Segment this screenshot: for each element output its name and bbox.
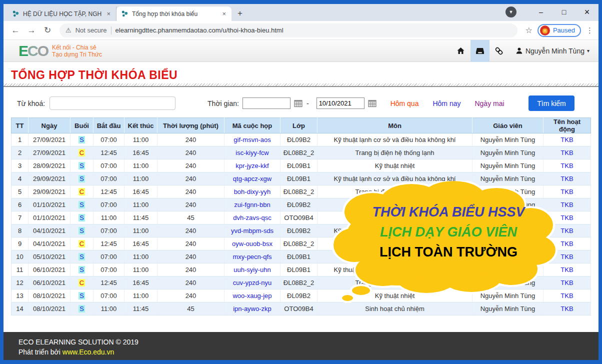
session-badge: S (78, 214, 85, 222)
meeting-code-link[interactable]: mxy-pecn-qfs (232, 253, 272, 260)
forward-icon[interactable]: → (24, 26, 38, 36)
search-button[interactable]: Tìm kiếm (528, 96, 574, 111)
calendar-to-button[interactable] (368, 100, 376, 108)
row-meeting-code: oyw-ouob-bsx (224, 238, 280, 250)
row-index: 11 (12, 264, 28, 276)
table-row: 127/09/2021S07:0011:00240gif-msvn-aosĐL0… (12, 134, 591, 146)
url-text[interactable]: elearningdttec.phanmemdaotao.com/u/thoi-… (116, 26, 284, 34)
quick-link-yesterday[interactable]: Hôm qua (390, 100, 419, 108)
row-session: C (70, 276, 94, 290)
row-class: ĐL09B1 (280, 160, 318, 172)
meeting-code-link[interactable]: cuv-ypzd-nyu (233, 279, 272, 286)
row-end: 11:00 (124, 160, 158, 172)
browser-menu-icon[interactable]: ⋮ (586, 26, 594, 35)
activity-tkb-link[interactable]: TKB (560, 149, 573, 156)
meeting-code-link[interactable]: yvd-mbpm-sds (231, 227, 274, 234)
activity-tkb-link[interactable]: TKB (560, 253, 573, 260)
activity-tkb-link[interactable]: TKB (560, 292, 573, 300)
reload-icon[interactable]: ↻ (40, 25, 54, 36)
device-button[interactable] (470, 40, 490, 62)
close-button[interactable]: × (576, 4, 598, 20)
tab-close-icon[interactable]: × (106, 10, 112, 18)
maximize-button[interactable]: □ (552, 4, 576, 20)
date-to-input[interactable] (316, 98, 364, 109)
new-tab-button[interactable]: + (238, 8, 242, 18)
user-menu[interactable]: Nguyễn Minh Tùng ▾ (516, 47, 590, 55)
address-bar[interactable]: ⚠ Not secure elearningdttec.phanmemdaota… (60, 24, 518, 38)
tab-close-icon[interactable]: × (221, 10, 227, 18)
activity-tkb-link[interactable]: TKB (560, 279, 573, 286)
row-end: 11:00 (124, 224, 158, 238)
logo-letter: E (18, 42, 28, 59)
logo-letter: O (38, 42, 48, 59)
session-badge: S (78, 305, 85, 312)
logo-tagline-1: Kết nối - Chia sẻ (52, 44, 102, 51)
row-teacher: Nguyễn Minh Tùng (472, 160, 544, 172)
site-footer: ECO ELEARNING SOLUTION © 2019 Phát triển… (4, 332, 598, 360)
header-actions: Nguyễn Minh Tùng ▾ (452, 40, 598, 62)
table-row: 227/09/2021C12:4516:45240isc-kiyy-fcwĐL0… (12, 146, 591, 160)
logo-letter: C (28, 42, 38, 59)
row-date: 29/09/2021 (28, 172, 70, 186)
bookmark-star-icon[interactable]: ☆ (526, 26, 532, 35)
meeting-code-link[interactable]: qtg-apcz-xgw (233, 175, 272, 182)
activity-tkb-link[interactable]: TKB (560, 266, 573, 274)
browser-window: HỆ DỮ LIỆU HỌC TẬP, NGHIÊN C × Tổng hợp … (0, 0, 602, 364)
meeting-code-link[interactable]: kpr-jyze-kkf (236, 162, 268, 170)
activity-tkb-link[interactable]: TKB (560, 136, 573, 144)
row-date: 27/09/2021 (28, 134, 70, 146)
browser-update-icon[interactable]: ▼ (506, 6, 516, 18)
meeting-code-link[interactable]: dvh-zavs-qsc (233, 214, 272, 222)
activity-tkb-link[interactable]: TKB (560, 188, 573, 196)
footer-credit-link[interactable]: www.Eco.edu.vn (62, 348, 114, 356)
meeting-code-link[interactable]: uuh-syiy-uhn (234, 266, 270, 274)
activity-tkb-link[interactable]: TKB (560, 240, 573, 248)
speech-bubble-overlay: THỜI KHÓA BIỂU HSSVLỊCH DẠY GIÁO VIÊNLỊC… (328, 181, 562, 311)
activity-tkb-link[interactable]: TKB (560, 201, 573, 208)
minimize-button[interactable]: – (530, 4, 552, 20)
row-duration: 240 (158, 160, 224, 172)
row-index: 2 (12, 146, 28, 160)
calendar-from-button[interactable] (294, 100, 302, 108)
meeting-code-link[interactable]: boh-dixy-yyh (234, 188, 271, 196)
row-session: S (70, 224, 94, 238)
session-badge: S (78, 292, 85, 300)
row-date: 01/10/2021 (28, 198, 70, 212)
meeting-code-link[interactable]: gif-msvn-aos (234, 136, 270, 144)
row-meeting-code: kpr-jyze-kkf (224, 160, 280, 172)
date-from-input[interactable] (242, 98, 290, 109)
meeting-code-link[interactable]: zui-fgnn-bbn (234, 201, 270, 208)
meeting-code-link[interactable]: oyw-ouob-bsx (232, 240, 272, 248)
home-button[interactable] (452, 40, 470, 62)
sync-paused-badge[interactable]: ▲ Paused (538, 24, 581, 37)
eco-logo[interactable]: ECO Kết nối - Chia sẻ Tạo dựng Tri Thức (18, 44, 102, 58)
meeting-code-link[interactable]: ipn-aywo-zkp (233, 305, 272, 312)
security-label[interactable]: Not secure (76, 26, 107, 34)
session-badge: C (78, 149, 85, 156)
back-icon[interactable]: ← (8, 26, 22, 36)
row-meeting-code: boh-dixy-yyh (224, 186, 280, 198)
row-activity: TKB (544, 160, 591, 172)
home-icon (456, 47, 465, 55)
activity-tkb-link[interactable]: TKB (560, 162, 573, 170)
activity-tkb-link[interactable]: TKB (560, 305, 573, 312)
activity-tkb-link[interactable]: TKB (560, 175, 573, 182)
row-start: 07:00 (94, 160, 124, 172)
row-meeting-code: isc-kiyy-fcw (224, 146, 280, 160)
quick-link-tomorrow[interactable]: Ngày mai (474, 100, 504, 108)
browser-tab-inactive[interactable]: HỆ DỮ LIỆU HỌC TẬP, NGHIÊN C × (8, 6, 116, 21)
row-teacher: Nguyễn Minh Tùng (472, 134, 544, 146)
quick-link-today[interactable]: Hôm nay (432, 100, 460, 108)
meeting-code-link[interactable]: woo-xaug-jep (232, 292, 272, 300)
keyword-input[interactable] (50, 96, 176, 110)
row-class: ĐL09B2 (280, 134, 318, 146)
row-class: ĐL08B2_2 (280, 238, 318, 250)
link-button[interactable] (490, 40, 508, 62)
row-end: 11:45 (124, 212, 158, 224)
window-controls: ▼ – □ × (506, 4, 598, 20)
row-subject: Trang bị điện hệ thống lạnh (318, 146, 472, 160)
activity-tkb-link[interactable]: TKB (560, 214, 573, 222)
browser-tab-active[interactable]: Tổng hợp thời khóa biểu × (116, 6, 232, 21)
activity-tkb-link[interactable]: TKB (560, 227, 573, 234)
meeting-code-link[interactable]: isc-kiyy-fcw (236, 149, 268, 156)
